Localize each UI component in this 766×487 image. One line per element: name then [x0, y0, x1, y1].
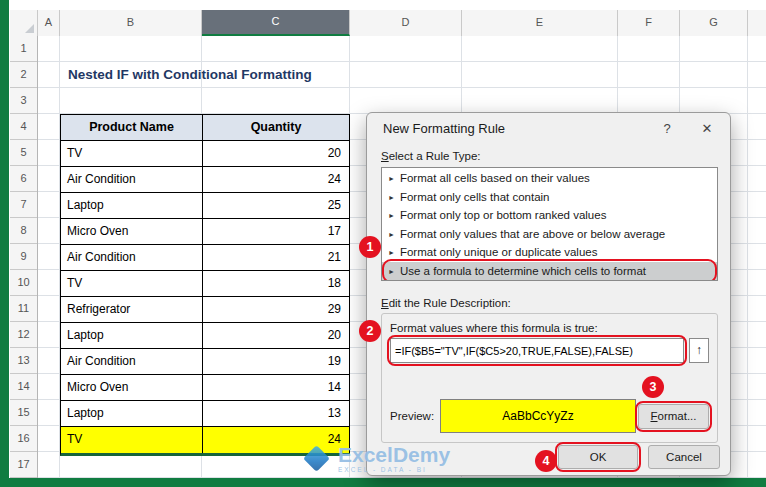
- column-header-C[interactable]: C: [202, 10, 350, 36]
- product-cell[interactable]: Air Condition: [61, 349, 203, 375]
- quantity-cell[interactable]: 18: [203, 271, 350, 297]
- quantity-cell[interactable]: 19: [203, 349, 350, 375]
- rule-type-option[interactable]: ►Format only cells that contain: [382, 188, 717, 207]
- row-header-8[interactable]: 8: [10, 218, 37, 244]
- dialog-title: New Formatting Rule: [383, 113, 505, 145]
- product-cell[interactable]: Laptop: [61, 323, 203, 349]
- collapse-dialog-button[interactable]: ↑: [689, 338, 709, 363]
- quantity-cell[interactable]: 24: [203, 427, 350, 453]
- product-cell[interactable]: Air Condition: [61, 167, 203, 193]
- preview-row: Preview: AaBbCcYyZz Format...: [390, 398, 709, 434]
- window-edge-left: [0, 0, 9, 487]
- dialog-buttons: OK Cancel: [558, 445, 720, 469]
- column-header-B[interactable]: B: [60, 10, 202, 36]
- quantity-cell[interactable]: 20: [203, 323, 350, 349]
- quantity-cell[interactable]: 25: [203, 193, 350, 219]
- row-header-12[interactable]: 12: [10, 322, 37, 348]
- table-row: Refrigerator29: [61, 297, 350, 323]
- table-row: Micro Oven17: [61, 219, 350, 245]
- table-row: Micro Oven14: [61, 375, 350, 401]
- column-header-row: ABCDEFG: [10, 10, 766, 36]
- product-cell[interactable]: Laptop: [61, 193, 203, 219]
- rule-type-option[interactable]: ►Format all cells based on their values: [382, 169, 717, 188]
- table-header-quantity[interactable]: Quantity: [203, 115, 350, 141]
- table-row: Laptop25: [61, 193, 350, 219]
- rule-type-option[interactable]: ►Format only top or bottom ranked values: [382, 206, 717, 225]
- product-cell[interactable]: TV: [61, 427, 203, 453]
- product-cell[interactable]: TV: [61, 271, 203, 297]
- row-header-9[interactable]: 9: [10, 244, 37, 270]
- column-header-E[interactable]: E: [462, 10, 618, 36]
- row-header-17[interactable]: 17: [10, 452, 37, 478]
- annotation-step-4: 4: [535, 450, 557, 472]
- ok-annotation-box: OK: [558, 445, 638, 469]
- table-row: Laptop13: [61, 401, 350, 427]
- rule-type-list[interactable]: ►Format all cells based on their values►…: [381, 167, 718, 281]
- close-icon: ✕: [702, 121, 713, 136]
- table-header-row: Product Name Quantity: [61, 115, 350, 141]
- row-header-16[interactable]: 16: [10, 426, 37, 452]
- formula-input[interactable]: [390, 338, 684, 363]
- row-header-13[interactable]: 13: [10, 348, 37, 374]
- row-header-1[interactable]: 1: [10, 36, 37, 62]
- quantity-cell[interactable]: 29: [203, 297, 350, 323]
- select-rule-type-label: Select a Rule Type:: [381, 150, 481, 162]
- row-header-11[interactable]: 11: [10, 296, 37, 322]
- table-row: Air Condition21: [61, 245, 350, 271]
- table-row: Air Condition24: [61, 167, 350, 193]
- product-cell[interactable]: Air Condition: [61, 245, 203, 271]
- formula-row: ↑: [390, 338, 709, 363]
- sheet-title: Nested IF with Conditional Formatting: [68, 62, 312, 88]
- table-row: Laptop20: [61, 323, 350, 349]
- select-all-corner[interactable]: [10, 10, 38, 36]
- close-button[interactable]: ✕: [696, 113, 718, 145]
- preview-label: Preview:: [390, 410, 440, 422]
- annotation-step-1: 1: [359, 236, 381, 258]
- product-cell[interactable]: Micro Oven: [61, 219, 203, 245]
- cancel-button[interactable]: Cancel: [648, 445, 720, 469]
- column-header-A[interactable]: A: [38, 10, 60, 36]
- table-header-product[interactable]: Product Name: [61, 115, 203, 141]
- rule-type-option[interactable]: ►Format only unique or duplicate values: [382, 243, 717, 262]
- row-header-2[interactable]: 2: [10, 62, 37, 88]
- annotation-step-2: 2: [359, 320, 381, 342]
- rule-type-option[interactable]: ►Format only values that are above or be…: [382, 225, 717, 244]
- table-row: TV24: [61, 427, 350, 453]
- column-header-G[interactable]: G: [680, 10, 748, 36]
- product-cell[interactable]: Laptop: [61, 401, 203, 427]
- column-header-D[interactable]: D: [350, 10, 462, 36]
- product-cell[interactable]: Micro Oven: [61, 375, 203, 401]
- row-header-3[interactable]: 3: [10, 88, 37, 114]
- row-header-5[interactable]: 5: [10, 140, 37, 166]
- rule-arrow-icon: ►: [388, 249, 395, 256]
- format-button[interactable]: Format...: [638, 404, 709, 429]
- row-header-6[interactable]: 6: [10, 166, 37, 192]
- ok-button[interactable]: OK: [558, 445, 638, 469]
- row-header-14[interactable]: 14: [10, 374, 37, 400]
- rule-arrow-icon: ►: [388, 268, 395, 275]
- rule-arrow-icon: ►: [388, 194, 395, 201]
- quantity-cell[interactable]: 17: [203, 219, 350, 245]
- quantity-cell[interactable]: 13: [203, 401, 350, 427]
- annotation-step-3: 3: [642, 376, 664, 398]
- quantity-cell[interactable]: 20: [203, 141, 350, 167]
- row-header-10[interactable]: 10: [10, 270, 37, 296]
- row-header-column: 1234567891011121314151617: [10, 36, 38, 478]
- table-row: Air Condition19: [61, 349, 350, 375]
- column-header-F[interactable]: F: [618, 10, 680, 36]
- row-header-4[interactable]: 4: [10, 114, 37, 140]
- rule-arrow-icon: ►: [388, 212, 395, 219]
- quantity-cell[interactable]: 24: [203, 167, 350, 193]
- quantity-cell[interactable]: 14: [203, 375, 350, 401]
- quantity-cell[interactable]: 21: [203, 245, 350, 271]
- product-table: Product Name Quantity TV20Air Condition2…: [60, 114, 350, 456]
- rule-type-label: Format only unique or duplicate values: [400, 246, 598, 258]
- rule-type-option[interactable]: ►Use a formula to determine which cells …: [382, 262, 717, 281]
- product-cell[interactable]: TV: [61, 141, 203, 167]
- row-header-7[interactable]: 7: [10, 192, 37, 218]
- row-header-15[interactable]: 15: [10, 400, 37, 426]
- new-formatting-rule-dialog: New Formatting Rule ? ✕ Select a Rule Ty…: [366, 112, 731, 476]
- rule-type-label: Format only cells that contain: [400, 191, 550, 203]
- help-button[interactable]: ?: [656, 113, 678, 145]
- product-cell[interactable]: Refrigerator: [61, 297, 203, 323]
